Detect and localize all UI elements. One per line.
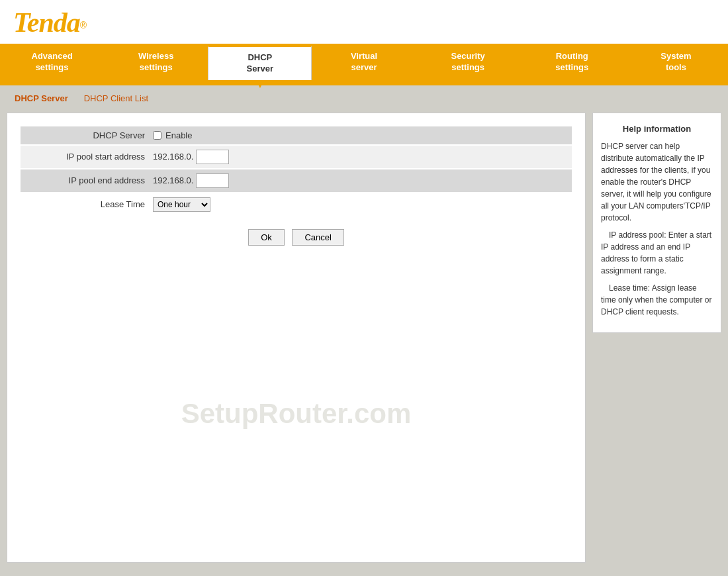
ip-pool-start-label: IP pool start address bbox=[21, 152, 153, 162]
nav-item-wireless[interactable]: Wirelesssettings bbox=[104, 46, 208, 85]
ip-pool-end-control: 192.168.0. bbox=[153, 173, 572, 188]
watermark: SetupRouter.com bbox=[181, 398, 412, 430]
help-panel: Help information DHCP server can help di… bbox=[592, 113, 721, 334]
nav-item-advanced[interactable]: Advancedsettings bbox=[0, 46, 104, 85]
nav-arrow-dhcp: ▼ bbox=[208, 80, 312, 85]
main-nav: AdvancedsettingsWirelesssettingsDHCPServ… bbox=[0, 46, 728, 85]
help-paragraph2: IP address pool: Enter a start IP addres… bbox=[601, 229, 713, 277]
ip-pool-end-label: IP pool end address bbox=[21, 175, 153, 185]
lease-time-label: Lease Time bbox=[21, 199, 153, 209]
nav-item-security[interactable]: Securitysettings bbox=[416, 46, 520, 85]
ip-pool-end-row: IP pool end address 192.168.0. bbox=[21, 169, 572, 192]
dhcp-enable-control: Enable bbox=[153, 130, 572, 140]
lease-time-control: One hourTwo hoursFour hoursEight hoursOn… bbox=[153, 197, 572, 212]
help-paragraph3: Lease time: Assign lease time only when … bbox=[601, 282, 713, 318]
nav-item-routing[interactable]: Routingsettings bbox=[520, 46, 624, 85]
help-title: Help information bbox=[601, 122, 713, 136]
ip-pool-start-control: 192.168.0. bbox=[153, 150, 572, 164]
nav-item-dhcp[interactable]: DHCPServer bbox=[208, 46, 312, 80]
logo-text: Tenda bbox=[13, 7, 80, 38]
ok-button[interactable]: Ok bbox=[248, 229, 285, 246]
subnav-item-dhcp-client-list[interactable]: DHCP Client List bbox=[76, 91, 156, 106]
cancel-button[interactable]: Cancel bbox=[292, 229, 343, 246]
enable-label: Enable bbox=[165, 130, 192, 140]
help-paragraph1: DHCP server can help distribute automati… bbox=[601, 140, 713, 224]
dhcp-server-row: DHCP Server Enable bbox=[21, 126, 572, 144]
sub-nav: DHCP ServerDHCP Client List bbox=[0, 85, 728, 106]
ip-pool-start-input[interactable] bbox=[196, 150, 229, 164]
dhcp-form: DHCP Server Enable IP pool start address… bbox=[21, 126, 572, 246]
ip-pool-start-row: IP pool start address 192.168.0. bbox=[21, 146, 572, 168]
dhcp-enable-checkbox[interactable] bbox=[153, 131, 161, 140]
ip-pool-start-prefix: 192.168.0. bbox=[153, 152, 193, 162]
header: Tenda® bbox=[0, 0, 728, 46]
dhcp-server-label: DHCP Server bbox=[21, 130, 153, 140]
logo: Tenda® bbox=[13, 7, 87, 38]
nav-item-virtual[interactable]: Virtualserver bbox=[312, 46, 416, 85]
ip-pool-end-input[interactable] bbox=[196, 173, 229, 188]
lease-time-row: Lease Time One hourTwo hoursFour hoursEi… bbox=[21, 193, 572, 216]
button-row: Ok Cancel bbox=[21, 229, 572, 246]
main-panel: DHCP Server Enable IP pool start address… bbox=[7, 113, 586, 563]
logo-trademark: ® bbox=[80, 20, 87, 30]
subnav-item-dhcp-server[interactable]: DHCP Server bbox=[7, 91, 76, 106]
ip-pool-end-prefix: 192.168.0. bbox=[153, 175, 193, 185]
lease-time-select[interactable]: One hourTwo hoursFour hoursEight hoursOn… bbox=[153, 197, 210, 212]
content-wrapper: DHCP Server Enable IP pool start address… bbox=[0, 106, 728, 569]
nav-item-system[interactable]: Systemtools bbox=[624, 46, 728, 85]
